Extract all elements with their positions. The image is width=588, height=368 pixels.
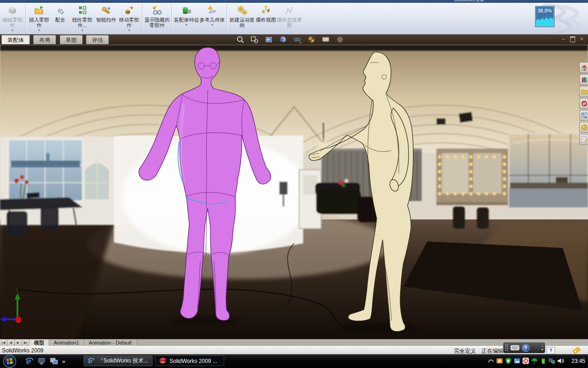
view-orientation-icon[interactable] — [293, 35, 301, 44]
taskbar-clock[interactable]: 23:45 — [571, 354, 585, 368]
window-switcher-icon[interactable] — [50, 356, 59, 366]
document-properties-icon — [581, 136, 588, 143]
linear-pattern-icon — [77, 4, 88, 17]
document-window-controls: − × — [562, 36, 583, 42]
system-tray — [487, 357, 564, 364]
ribbon-button-linear-pattern[interactable]: 线性零部件... ▾ — [70, 3, 95, 34]
panorama-scene: Y — [0, 45, 588, 339]
hide-show-items-icon[interactable] — [322, 35, 330, 44]
ribbon-button-show-hidden-components[interactable]: 显示隐藏的零部件 — [144, 3, 170, 34]
quick-launch-overflow[interactable]: » — [62, 358, 65, 365]
svg-text:SW: SW — [161, 361, 164, 363]
task-pane-tab-file-explorer[interactable] — [579, 86, 588, 97]
quick-tips-toolbar: ? ─▾ — [503, 342, 545, 353]
appearance-sphere-icon — [581, 124, 588, 131]
doc-tab-next-button[interactable]: ▶ — [15, 339, 22, 346]
quick-tips-controls[interactable]: ─▾ — [541, 345, 543, 351]
power-plug-icon[interactable] — [540, 357, 547, 364]
network-icon[interactable] — [548, 357, 555, 364]
close-button[interactable]: × — [580, 36, 583, 42]
edit-appearance-icon[interactable] — [336, 35, 344, 44]
resource-monitor-graph — [536, 7, 554, 26]
tab-assembly[interactable]: 装配体 — [1, 35, 30, 44]
input-indicator-icon[interactable] — [487, 357, 494, 364]
ribbon-button-smart-fasteners[interactable]: 智能扣件 — [95, 3, 118, 34]
toolbar-grip[interactable] — [505, 344, 508, 351]
doc-tab-animation1[interactable]: Animation1 — [49, 339, 84, 346]
view-palette-icon — [581, 112, 588, 119]
doc-tab-first-button[interactable]: |◀ — [0, 339, 7, 346]
task-pane-tab-solidworks-resources[interactable] — [579, 62, 588, 73]
task-pane-tab-design-library[interactable] — [579, 74, 588, 85]
task-pane-tabs — [579, 62, 588, 145]
desktop: SolidWorks 搜索 编辑零部件 ▾ 插入零部件 ▾ 配合 — [0, 0, 588, 368]
tab-evaluate[interactable]: 评估 — [86, 35, 109, 44]
taskbar: e » e 『SolidWorks 技术... SW SolidWorks 20… — [0, 354, 588, 368]
solidworks-cube-icon: SW — [159, 357, 167, 365]
ribbon-separator — [171, 4, 172, 32]
minimize-button[interactable]: − — [562, 36, 565, 42]
internet-explorer-icon[interactable]: e — [25, 356, 34, 366]
internet-explorer-icon: e — [87, 357, 95, 365]
zoom-to-area-icon[interactable] — [250, 35, 259, 44]
restore-button[interactable] — [570, 36, 575, 42]
exploded-view-icon — [260, 4, 271, 17]
zoom-to-fit-icon[interactable] — [236, 35, 244, 44]
doc-tab-animation-default[interactable]: Animation - Default — [84, 339, 137, 346]
previous-view-icon[interactable] — [265, 35, 273, 44]
ribbon-separator — [226, 4, 227, 32]
task-pane-tab-appearances-scenes[interactable] — [579, 122, 588, 133]
show-hidden-components-icon — [152, 4, 163, 17]
section-view-icon[interactable] — [279, 35, 287, 44]
show-desktop-icon[interactable] — [37, 356, 46, 366]
tab-sketch[interactable]: 草图 — [60, 35, 83, 44]
status-app-name: SolidWorks 2009 — [2, 347, 44, 354]
volume-icon[interactable] — [557, 357, 564, 364]
ribbon-button-edit-component[interactable]: 编辑零部件 ▾ — [1, 3, 24, 34]
reference-geometry-icon — [207, 4, 218, 17]
media-player-icon[interactable] — [496, 357, 503, 364]
quick-tips-help-icon[interactable]: ? — [522, 344, 530, 352]
doc-tab-model[interactable]: 模型 — [29, 339, 49, 346]
taskbar-window-solidworks[interactable]: SW SolidWorks 2009 ... — [155, 356, 224, 366]
ribbon-button-explode-line-sketch[interactable]: 爆炸直线草图 — [277, 3, 302, 34]
ribbon-button-mate[interactable]: 配合 — [51, 3, 70, 34]
solidworks-logo-icon — [581, 100, 588, 107]
ribbon-button-assembly-features[interactable]: 装配体特征 ▾ — [174, 3, 199, 34]
photo-viewer-icon[interactable] — [514, 357, 520, 364]
resource-monitor-badge[interactable]: 38.8% — [536, 6, 554, 27]
display-style-icon[interactable] — [307, 35, 316, 44]
status-help-button[interactable]: ? — [547, 347, 555, 354]
explode-line-sketch-icon — [284, 4, 295, 17]
smart-fasteners-icon — [101, 4, 112, 17]
ribbon-button-insert-component[interactable]: 插入零部件 ▾ — [28, 3, 51, 34]
move-component-icon — [124, 4, 135, 17]
tag-icon[interactable] — [572, 347, 581, 354]
task-pane-tab-view-palette[interactable] — [579, 110, 588, 121]
heads-up-view-toolbar — [236, 35, 344, 44]
blocked-red-icon[interactable] — [522, 357, 529, 364]
new-motion-study-icon — [237, 4, 248, 17]
keyboard-shortcuts-icon[interactable] — [510, 345, 520, 351]
graphics-area[interactable]: Y — [0, 45, 588, 339]
status-bar: SolidWorks 2009 完全定义 正在编辑 ? — [0, 346, 588, 355]
insert-component-icon — [34, 4, 45, 17]
task-pane-tab-custom-properties[interactable] — [579, 134, 588, 145]
security-shield-icon[interactable] — [505, 357, 512, 364]
design-library-icon — [581, 76, 588, 83]
doc-tab-prev-button[interactable]: ◀ — [7, 339, 15, 346]
ribbon-button-new-motion-study[interactable]: 新建运动算例 — [229, 3, 255, 34]
task-pane-tab-solidworks-toolbox[interactable] — [579, 98, 588, 109]
ribbon-button-move-component[interactable]: 移动零部件 ▾ — [118, 3, 141, 34]
quick-launch: e » — [25, 356, 65, 366]
home-icon — [581, 64, 588, 71]
doc-tab-last-button[interactable]: ▶| — [22, 339, 29, 346]
ribbon-button-reference-geometry[interactable]: 参考几何体 ▾ — [199, 3, 225, 34]
taskbar-window-ie[interactable]: e 『SolidWorks 技术... — [84, 356, 153, 366]
umbrella-icon[interactable] — [531, 357, 538, 364]
tab-layout[interactable]: 布局 — [33, 35, 56, 44]
ribbon-button-exploded-view[interactable]: 爆炸视图 — [255, 3, 277, 34]
start-button[interactable] — [3, 355, 17, 368]
command-manager: 编辑零部件 ▾ 插入零部件 ▾ 配合 线性零部件... ▾ — [0, 3, 588, 34]
ribbon-separator — [25, 4, 26, 32]
